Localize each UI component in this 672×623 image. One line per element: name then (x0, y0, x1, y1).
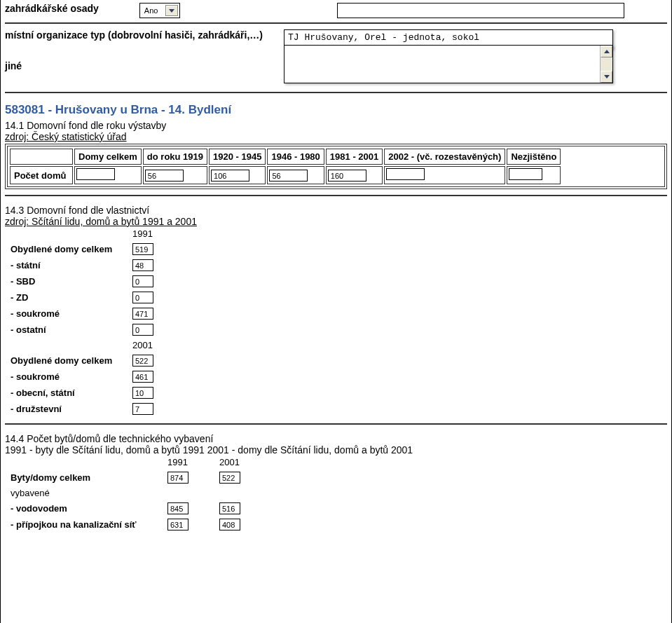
dropdown-osady[interactable]: Ano (139, 3, 180, 18)
col-header: do roku 1919 (143, 149, 207, 165)
row-label: - obecní, státní (11, 388, 123, 398)
source-14-4: 1991 - byty dle Sčítání lidu, domů a byt… (1, 444, 671, 456)
divider (5, 423, 667, 425)
source-14-3: zdroj: Sčítání lidu, domů a bytů 1991 a … (1, 216, 671, 227)
data-cell[interactable] (76, 168, 115, 180)
col-header: 2002 - (vč. rozestavěných) (384, 149, 505, 165)
data-cell[interactable]: 0 (132, 275, 153, 287)
data-cell[interactable]: 522 (132, 355, 153, 367)
dropdown-osady-value: Ano (144, 6, 160, 15)
table-row: Domy celkem do roku 1919 1920 - 1945 194… (10, 149, 561, 165)
year-label-1991: 1991 (132, 228, 174, 239)
row-label: Obydlené domy celkem (11, 355, 123, 366)
textarea-jine-value (284, 46, 600, 83)
col-header: 1920 - 1945 (209, 149, 266, 165)
data-cell[interactable]: 48 (132, 259, 153, 271)
chevron-down-icon (169, 9, 174, 13)
col-header: 1981 - 2001 (326, 149, 383, 165)
col-header: 1946 - 1980 (267, 149, 324, 165)
label-organizace: místní organizace typ (dobrovolní hasiči… (5, 29, 271, 41)
dropdown-osady-button[interactable] (165, 5, 178, 16)
data-cell[interactable]: 56 (145, 170, 184, 182)
data-cell[interactable]: 160 (328, 170, 366, 182)
table-14-1: Domy celkem do roku 1919 1920 - 1945 194… (8, 147, 562, 186)
year-label-2001: 2001 (219, 457, 261, 467)
data-cell[interactable]: 408 (219, 519, 240, 530)
data-cell[interactable]: 106 (211, 170, 249, 182)
data-cell[interactable] (509, 168, 542, 180)
row-label: - soukromé (11, 308, 123, 319)
data-cell[interactable]: 874 (167, 472, 188, 484)
row-label: - státní (11, 260, 123, 271)
data-cell[interactable]: 519 (132, 243, 153, 255)
year-label-1991: 1991 (167, 457, 210, 467)
divider (5, 22, 667, 24)
year-label-2001: 2001 (132, 340, 174, 350)
data-cell[interactable]: 522 (219, 472, 240, 484)
textarea-jine[interactable] (284, 45, 613, 83)
data-cell[interactable]: 516 (219, 502, 240, 514)
row-label: - ostatní (11, 324, 123, 335)
scroll-up-button[interactable] (601, 46, 612, 57)
divider (5, 195, 667, 196)
heading-14-3: 14.3 Domovní fond dle vlastnictví (1, 202, 671, 216)
grid-14-4: 1991 2001 Byty/domy celkem 874 522 vybav… (1, 456, 671, 535)
row-label: Počet domů (10, 166, 73, 184)
chevron-down-icon (604, 75, 610, 78)
data-cell[interactable]: 461 (132, 371, 153, 383)
row-label: vybavené (11, 488, 158, 498)
label-osady: zahrádkářské osady (5, 3, 99, 14)
data-cell[interactable] (386, 168, 425, 180)
heading-14-1: 14.1 Domovní fond dle roku výstavby (1, 117, 671, 131)
col-header: Nezjištěno (507, 149, 561, 165)
scrollbar-jine[interactable] (600, 46, 612, 83)
table-row: Počet domů 56 106 56 160 (10, 166, 561, 184)
row-label: - SBD (11, 276, 123, 287)
row-label: - soukromé (11, 371, 123, 382)
source-14-1: zdroj: Český statistický úřad (1, 131, 671, 142)
table-14-1-frame: Domy celkem do roku 1919 1920 - 1945 194… (5, 144, 667, 189)
row-label: Obydlené domy celkem (11, 244, 123, 254)
scroll-down-button[interactable] (601, 71, 612, 83)
row-label: - ZD (11, 292, 123, 303)
row-label: - vodovodem (11, 503, 158, 514)
section-title-bydleni: 583081 - Hrušovany u Brna - 14. Bydlení (1, 99, 671, 117)
data-cell[interactable]: 0 (132, 292, 153, 303)
data-cell[interactable]: 471 (132, 308, 153, 320)
divider (5, 92, 667, 93)
row-label: - přípojkou na kanalizační síť (11, 519, 158, 530)
label-jine: jiné (5, 60, 271, 71)
chevron-up-icon (604, 50, 610, 53)
row-label: - družstevní (11, 404, 123, 414)
grid-14-3: 1991 Obydlené domy celkem 519 - státní 4… (1, 227, 671, 419)
data-cell[interactable]: 845 (167, 502, 188, 514)
data-cell[interactable]: 631 (167, 519, 188, 530)
data-cell[interactable]: 10 (132, 387, 153, 399)
data-cell[interactable]: 0 (132, 324, 153, 336)
row-label: Byty/domy celkem (11, 472, 158, 483)
data-cell[interactable]: 7 (132, 403, 153, 415)
data-cell[interactable]: 56 (269, 170, 308, 182)
heading-14-4: 14.4 Počet bytů/domů dle technického vyb… (1, 430, 671, 444)
input-osady-extra[interactable] (337, 3, 624, 18)
col-header: Domy celkem (74, 149, 142, 165)
